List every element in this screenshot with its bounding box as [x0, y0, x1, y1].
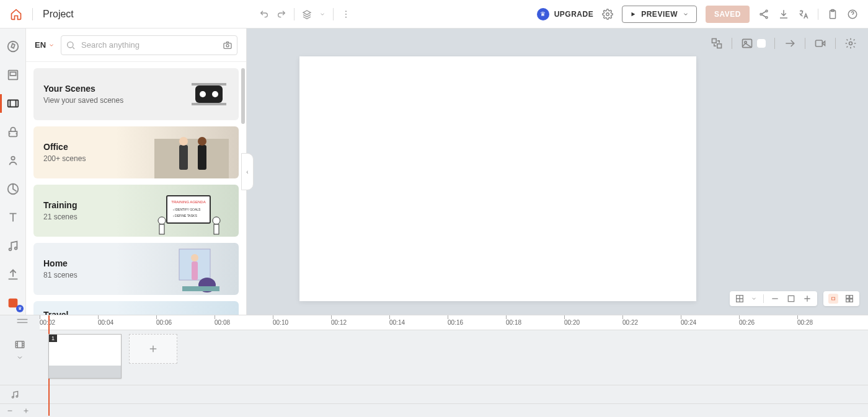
language-label: EN	[35, 40, 46, 50]
chevron-down-icon	[48, 42, 55, 48]
more-icon[interactable]	[341, 9, 351, 19]
rail-characters[interactable]	[6, 154, 20, 167]
zoom-in-icon[interactable]	[22, 407, 30, 415]
preview-label: PREVIEW	[641, 10, 678, 19]
layout-controls	[823, 291, 859, 306]
language-selector[interactable]: EN	[35, 40, 55, 50]
rail-scenes[interactable]	[6, 97, 20, 110]
video-icon[interactable]	[814, 37, 826, 50]
rail-explore[interactable]	[6, 40, 20, 53]
camera-icon[interactable]	[223, 40, 232, 50]
upgrade-button[interactable]: ♛ UPGRADE	[537, 8, 594, 20]
crown-icon: ♛	[537, 8, 549, 20]
svg-point-23	[200, 91, 206, 97]
divider	[763, 294, 764, 303]
card-your-scenes[interactable]: Your Scenes View your saved scenes	[33, 68, 239, 120]
audio-track[interactable]	[0, 385, 868, 403]
svg-rect-13	[7, 100, 18, 107]
rail-props[interactable]	[6, 125, 20, 139]
header-center	[74, 8, 537, 20]
svg-rect-57	[850, 299, 853, 302]
rail-audio[interactable]	[6, 239, 20, 253]
drag-handle-icon[interactable]	[15, 318, 30, 324]
download-icon[interactable]	[778, 9, 789, 20]
svg-rect-46	[717, 44, 722, 48]
music-icon	[10, 390, 20, 400]
ruler-tick: 00:28	[797, 315, 856, 330]
svg-point-60	[16, 395, 18, 397]
gear-icon[interactable]	[602, 9, 613, 20]
ruler-tick: 00:24	[681, 315, 739, 330]
layers-icon[interactable]	[302, 9, 312, 19]
replace-icon[interactable]	[711, 37, 723, 50]
preview-button[interactable]: PREVIEW	[622, 6, 697, 23]
scene-track-icon[interactable]	[14, 339, 25, 350]
svg-point-4	[766, 10, 768, 12]
ruler-tick: 00:10	[273, 315, 331, 330]
zoom-in-icon[interactable]	[802, 294, 812, 304]
film-reel-icon	[192, 82, 226, 107]
svg-rect-49	[816, 40, 823, 46]
timeline-zoom	[0, 403, 868, 417]
ruler-tick: 00:22	[622, 315, 681, 330]
scrollbar[interactable]	[241, 68, 245, 124]
single-view-icon[interactable]	[828, 294, 838, 304]
translate-icon[interactable]	[798, 9, 809, 20]
redo-icon[interactable]	[277, 9, 286, 19]
svg-point-36	[158, 217, 166, 224]
rail-charts[interactable]	[6, 182, 20, 196]
undo-icon[interactable]	[259, 9, 269, 19]
svg-point-38	[213, 217, 220, 224]
collapse-panel-button[interactable]: ‹	[241, 153, 254, 190]
fit-icon[interactable]	[786, 294, 796, 304]
ruler-tick: 00:26	[739, 315, 797, 330]
canvas[interactable]	[299, 56, 696, 301]
svg-rect-39	[214, 224, 219, 234]
rail-text[interactable]	[6, 211, 20, 224]
share-icon[interactable]	[758, 9, 769, 20]
card-home[interactable]: Home 81 scenes	[33, 243, 239, 295]
plus-icon	[148, 343, 159, 354]
timeline-ruler[interactable]: 00:0200:0400:0600:0800:1000:1200:1400:16…	[40, 315, 868, 330]
svg-text:› IDENTIFY GOALS: › IDENTIFY GOALS	[173, 208, 201, 211]
upgrade-label: UPGRADE	[554, 10, 594, 19]
enter-icon[interactable]	[784, 37, 796, 50]
timeline-clip[interactable]: 1	[48, 334, 122, 379]
left-rail: ♛	[0, 29, 26, 315]
library-list[interactable]: Your Scenes View your saved scenes Offic…	[26, 62, 246, 315]
rail-apps[interactable]: ♛	[6, 296, 20, 310]
background-picker[interactable]	[741, 37, 766, 50]
ruler-tick: 00:12	[331, 315, 389, 330]
zoom-out-icon[interactable]	[6, 407, 14, 415]
divider	[333, 8, 334, 20]
ruler-tick: 00:08	[215, 315, 273, 330]
chevron-down-icon[interactable]	[751, 294, 757, 304]
home-icon[interactable]	[10, 8, 22, 20]
divider	[818, 9, 818, 20]
color-swatch	[757, 39, 766, 48]
rail-templates[interactable]	[6, 68, 20, 82]
ruler-tick: 00:16	[448, 315, 506, 330]
gear-icon[interactable]	[844, 37, 857, 50]
card-office[interactable]: Office 200+ scenes	[33, 126, 239, 178]
ruler-ticks: 00:0200:0400:0600:0800:1000:1200:1400:16…	[40, 315, 856, 330]
canvas-area[interactable]	[247, 29, 868, 315]
clipboard-icon[interactable]	[827, 9, 838, 20]
chevron-down-icon[interactable]	[319, 9, 326, 19]
main-area: ♛ EN Your Scenes View your saved scenes	[0, 29, 868, 315]
search-input[interactable]	[61, 35, 237, 55]
grid-icon[interactable]	[735, 294, 745, 304]
svg-point-21	[226, 44, 229, 46]
card-training[interactable]: Training 21 scenes TRAINING AGENDA› IDEN…	[33, 185, 239, 237]
rail-upload[interactable]	[6, 268, 20, 281]
header-right: ♛ UPGRADE PREVIEW SAVED	[537, 6, 858, 23]
card-travel[interactable]: Travel	[33, 301, 239, 315]
add-scene-button[interactable]	[129, 334, 177, 364]
saved-button[interactable]: SAVED	[706, 6, 750, 23]
zoom-out-icon[interactable]	[770, 294, 780, 304]
grid-view-icon[interactable]	[844, 294, 854, 304]
chevron-down-icon[interactable]	[16, 354, 24, 361]
timeline-body[interactable]: 1	[40, 330, 868, 385]
project-title[interactable]: Project	[43, 9, 74, 20]
help-icon[interactable]	[847, 9, 858, 20]
